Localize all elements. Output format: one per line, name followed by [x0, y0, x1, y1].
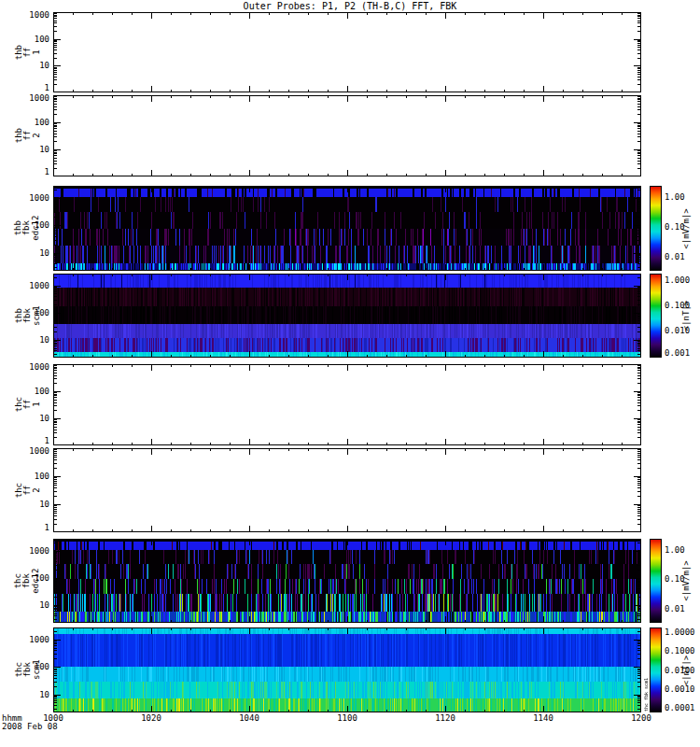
spectrogram-thb-fbk-scm1	[53, 274, 641, 358]
y-tick-label: 1000	[29, 11, 49, 20]
spectrogram-thc-fbk-scm1	[53, 627, 641, 712]
y-tick-labels: 100010010	[0, 627, 51, 712]
y-tick-label: 10	[39, 500, 49, 509]
y-tick-labels: 100010010	[0, 186, 51, 271]
y-tick-label: 100	[35, 221, 49, 230]
y-tick-label: 10	[39, 336, 49, 345]
panel-thc-fbk-edc12: thc fbk edc12 100010010 1.000.100.01 <|m…	[0, 539, 700, 623]
colorbar-unit-label: <|nT|>	[674, 627, 698, 712]
x-axis-tick-labels: 1000102010401100112011401200	[53, 714, 641, 726]
x-tick-label: 1020	[133, 714, 170, 723]
colorbar-thb-fbk-scm1	[650, 274, 662, 358]
y-tick-label: 1000	[29, 94, 49, 103]
panel-thb-ff-1: thb ff 1 1000100101	[0, 12, 700, 92]
colorbar-thc-fbk-scm1	[650, 627, 662, 712]
panel-thc-fbk-scm1: thc fbk scm1 100010010 1.00000.10000.010…	[0, 627, 700, 712]
plot-area-thb-ff-1	[53, 12, 641, 92]
y-tick-label: 10	[39, 415, 49, 423]
colorbar-unit-text: <|nT|>	[681, 301, 691, 331]
colorbar-unit-label: <|mV/m|>	[674, 539, 698, 623]
x-tick-label: 1040	[231, 714, 268, 723]
x-tick-label: 1140	[525, 714, 562, 723]
plot-area-thb-ff-2	[53, 95, 641, 176]
y-tick-label: 100	[35, 119, 49, 127]
y-tick-labels: 1000100101	[0, 364, 51, 445]
plot-window: Outer Probes: P1, P2 (TH-B,C) FFT, FBK t…	[0, 0, 700, 747]
y-tick-labels: 100010010	[0, 274, 51, 358]
y-tick-label: 1	[45, 84, 49, 92]
y-tick-label: 1000	[29, 447, 49, 456]
y-tick-label: 10	[39, 249, 49, 258]
spectrogram-thc-fbk-edc12	[53, 539, 641, 623]
plot-title: Outer Probes: P1, P2 (TH-B,C) FFT, FBK	[0, 1, 700, 11]
y-tick-label: 100	[35, 472, 49, 481]
panel-thc-ff-1: thc ff 1 1000100101	[0, 364, 700, 445]
colorbar-unit-text: <|nT|>	[681, 655, 691, 685]
y-tick-label: 1	[45, 437, 49, 445]
y-tick-label: 1000	[29, 282, 49, 290]
panel-thc-ff-2: thc ff 2 1000100101	[0, 448, 700, 532]
y-tick-label: 10	[39, 601, 49, 610]
colorbar-thb-fbk-edc12	[650, 186, 662, 271]
y-tick-label: 1000	[29, 547, 49, 556]
y-tick-labels: 100010010	[0, 539, 51, 623]
y-tick-label: 1	[45, 524, 49, 532]
panel-thb-fbk-scm1: thb fbk scm1 100010010 1.0000.1000.0100.…	[0, 274, 700, 358]
y-tick-labels: 1000100101	[0, 448, 51, 532]
plot-area-thc-ff-1	[53, 364, 641, 445]
y-tick-label: 100	[35, 388, 49, 396]
y-tick-label: 1000	[29, 636, 49, 644]
y-tick-label: 10	[39, 146, 49, 154]
spectrogram-thb-fbk-edc12	[53, 186, 641, 271]
x-axis-date-label: 2008 Feb 08	[2, 723, 58, 731]
colorbar-unit-label: <|mV/m|>	[674, 186, 698, 271]
x-tick-label: 1100	[329, 714, 366, 723]
x-tick-label: 1200	[623, 714, 660, 723]
y-tick-label: 10	[39, 691, 49, 699]
colorbar-unit-text: <|mV/m|>	[681, 560, 691, 600]
y-tick-labels: 1000100101	[0, 12, 51, 92]
x-tick-label: 1120	[427, 714, 464, 723]
y-tick-label: 10	[39, 62, 49, 70]
panel-thb-ff-2: thb ff 2 1000100101	[0, 95, 700, 176]
colorbar-unit-text: <|mV/m|>	[681, 208, 691, 248]
plot-area-thc-ff-2	[53, 448, 641, 532]
y-tick-label: 100	[35, 35, 49, 44]
colorbar-unit-label: <|nT|>	[674, 274, 698, 358]
y-tick-label: 100	[35, 574, 49, 583]
y-tick-label: 1000	[29, 194, 49, 203]
y-tick-label: 100	[35, 309, 49, 317]
y-tick-label: 100	[35, 663, 49, 671]
y-tick-labels: 1000100101	[0, 95, 51, 176]
colorbar-thc-fbk-edc12	[650, 539, 662, 623]
y-tick-label: 1	[45, 168, 49, 176]
y-tick-label: 1000	[29, 363, 49, 372]
panel-thb-fbk-edc12: thb fbk edc12 100010010 1.000.100.01 <|m…	[0, 186, 700, 271]
tiny-vertical-label: thc fbk scm1	[642, 652, 651, 712]
